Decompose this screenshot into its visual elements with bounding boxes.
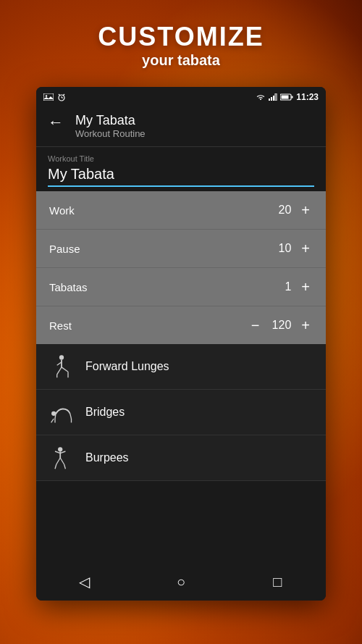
header-section: CUSTOMIZE your tabata xyxy=(0,22,362,69)
workout-title-input[interactable]: My Tabata xyxy=(48,166,314,187)
svg-rect-4 xyxy=(271,97,272,101)
svg-line-27 xyxy=(56,458,60,464)
setting-value-rest: 120 xyxy=(269,319,291,332)
setting-value-pause: 10 xyxy=(269,242,291,255)
exercise-section: Forward Lunges Bridges xyxy=(36,344,326,481)
work-plus-button[interactable]: + xyxy=(298,203,313,217)
svg-line-30 xyxy=(64,464,66,469)
svg-point-1 xyxy=(46,95,47,96)
forward-lunges-icon xyxy=(48,353,75,380)
exercise-name-bridges: Bridges xyxy=(85,406,125,419)
svg-point-10 xyxy=(59,355,64,359)
svg-rect-8 xyxy=(282,96,289,99)
burpees-icon xyxy=(48,444,75,472)
svg-line-26 xyxy=(60,451,65,453)
nav-home-button[interactable]: ○ xyxy=(163,567,199,596)
exercise-name-forward-lunges: Forward Lunges xyxy=(85,360,169,373)
signal-icon xyxy=(269,93,277,101)
nav-bar: ◁ ○ □ xyxy=(36,563,326,601)
exercise-row-bridges[interactable]: Bridges xyxy=(36,390,326,435)
subtitle-heading: your tabata xyxy=(0,52,362,69)
setting-label-tabatas: Tabatas xyxy=(49,281,88,293)
setting-label-work: Work xyxy=(49,204,75,217)
field-label: Workout Title xyxy=(48,154,314,163)
customize-heading: CUSTOMIZE xyxy=(0,22,362,52)
app-bar-titles: My Tabata Workout Routine xyxy=(75,113,314,139)
svg-rect-5 xyxy=(273,96,274,101)
photo-icon xyxy=(43,93,54,101)
status-bar-right-icons: 11:23 xyxy=(256,92,319,102)
svg-rect-6 xyxy=(275,93,277,101)
exercise-row-burpees[interactable]: Burpees xyxy=(36,435,326,481)
rest-plus-button[interactable]: + xyxy=(298,318,313,333)
exercise-row-forward-lunges[interactable]: Forward Lunges xyxy=(36,344,326,390)
setting-row-work: Work 20 + xyxy=(36,191,326,230)
svg-line-25 xyxy=(55,451,60,453)
time-display: 11:23 xyxy=(296,92,319,102)
setting-row-rest: Rest − 120 + xyxy=(36,306,326,344)
svg-rect-9 xyxy=(292,96,293,99)
settings-section: Work 20 + Pause 10 + Tabatas 1 + Rest xyxy=(36,191,326,344)
pause-plus-button[interactable]: + xyxy=(298,241,313,256)
battery-icon xyxy=(280,93,293,101)
tabatas-plus-button[interactable]: + xyxy=(298,280,313,294)
svg-line-13 xyxy=(57,367,62,375)
status-bar-left-icons xyxy=(43,93,66,101)
setting-value-work: 20 xyxy=(269,204,291,217)
nav-back-button[interactable]: ◁ xyxy=(67,567,103,596)
svg-line-15 xyxy=(62,367,68,372)
svg-rect-0 xyxy=(43,93,54,101)
svg-line-28 xyxy=(55,464,56,469)
exercise-name-burpees: Burpees xyxy=(85,451,129,464)
app-bar: ← My Tabata Workout Routine xyxy=(36,107,326,147)
setting-row-pause: Pause 10 + xyxy=(36,230,326,268)
svg-point-23 xyxy=(58,447,62,451)
setting-row-tabatas: Tabatas 1 + xyxy=(36,268,326,306)
svg-line-12 xyxy=(57,362,62,366)
app-bar-subtitle: Workout Routine xyxy=(75,128,314,139)
nav-recent-button[interactable]: □ xyxy=(259,567,295,596)
setting-control-pause: 10 + xyxy=(269,241,313,256)
svg-rect-3 xyxy=(269,99,270,101)
workout-title-section: Workout Title My Tabata xyxy=(36,147,326,191)
setting-value-tabatas: 1 xyxy=(269,280,291,293)
svg-line-20 xyxy=(55,414,56,419)
wifi-icon xyxy=(256,93,266,101)
bridges-icon xyxy=(48,398,75,426)
back-button[interactable]: ← xyxy=(48,113,64,130)
svg-line-29 xyxy=(60,458,64,464)
svg-line-18 xyxy=(70,414,72,419)
alarm-icon xyxy=(57,93,66,101)
setting-label-rest: Rest xyxy=(49,319,72,332)
app-bar-title: My Tabata xyxy=(75,113,314,128)
rest-minus-button[interactable]: − xyxy=(248,318,263,333)
phone-frame: 11:23 ← My Tabata Workout Routine Workou… xyxy=(36,87,326,601)
setting-label-pause: Pause xyxy=(49,243,80,255)
status-bar: 11:23 xyxy=(36,87,326,107)
setting-control-rest: − 120 + xyxy=(248,318,313,333)
setting-control-work: 20 + xyxy=(269,203,313,217)
svg-line-22 xyxy=(51,419,54,422)
setting-control-tabatas: 1 + xyxy=(269,280,313,294)
